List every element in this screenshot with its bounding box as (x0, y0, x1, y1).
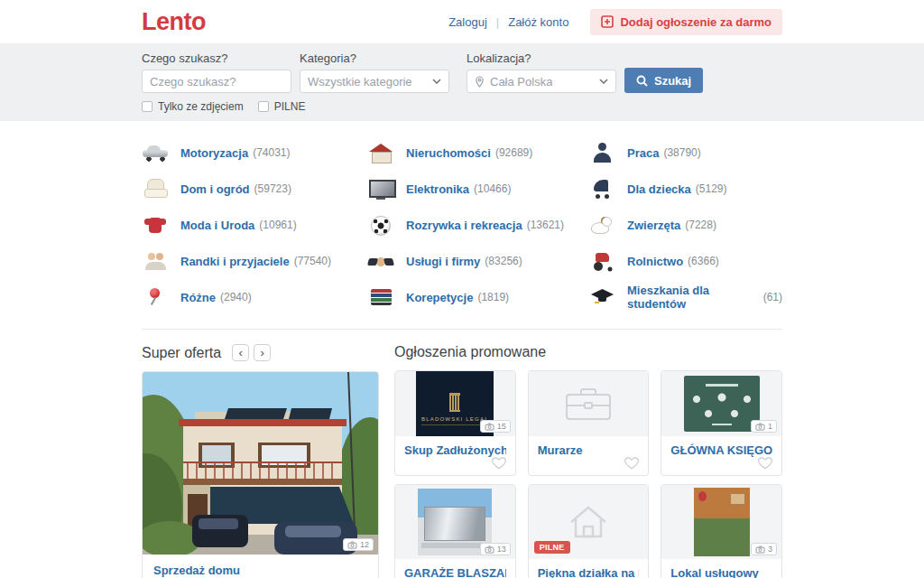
promoted-listing-card[interactable]: BLADOWSKI LEGAL 15 Skup Zadłużonych Sp..… (394, 370, 516, 476)
super-offer-section: Super oferta ‹ › (142, 344, 379, 578)
listing-title[interactable]: GARAŻE BLASZANE 3... (404, 566, 506, 578)
photo-count: 3 (768, 545, 772, 554)
categories-grid: Motoryzacja (74031) Nieruchomości (92689… (142, 135, 782, 315)
category-item[interactable]: Rozrywka i rekreacja (13621) (367, 207, 588, 243)
listing-image (529, 371, 649, 436)
stroller-icon (588, 178, 615, 200)
car-icon (142, 142, 169, 163)
camera-icon (755, 545, 765, 554)
category-item[interactable]: Korepetycje (1819) (367, 279, 588, 315)
super-offer-card[interactable]: 12 Sprzedaż domu 850 000 zł (142, 371, 379, 578)
couple-icon (142, 250, 169, 272)
category-label: Dom i ogród (180, 182, 250, 196)
urgent-label: PILNE (274, 100, 306, 113)
category-item[interactable]: Rolnictwo (6366) (588, 243, 782, 279)
listing-title[interactable]: Sprzedaż domu (153, 564, 367, 577)
super-offer-title: Super oferta (142, 345, 221, 361)
category-item[interactable]: Randki i przyjaciele (77540) (142, 243, 367, 279)
ball-icon (367, 214, 394, 236)
listing-image: BLADOWSKI LEGAL 15 (395, 371, 515, 436)
listing-meta: GARAŻE BLASZANE 3... 1 950 zł (395, 559, 515, 578)
heart-icon[interactable] (757, 455, 773, 470)
search-input[interactable] (142, 70, 291, 93)
house-photo (143, 372, 378, 555)
heart-icon[interactable] (624, 455, 640, 470)
listing-meta: Skup Zadłużonych Sp... (395, 436, 515, 475)
auth-links: Zaloguj | Załóż konto Dodaj ogłoszenie z… (448, 9, 782, 35)
listing-image: 1 (661, 371, 781, 436)
category-item[interactable]: Różne (2940) (142, 279, 367, 315)
chevron-down-icon (599, 79, 608, 84)
dog-icon (588, 214, 615, 236)
search-icon (636, 75, 648, 87)
category-item[interactable]: Moda i Uroda (10961) (142, 207, 367, 243)
category-select[interactable]: Wszystkie kategorie (300, 70, 449, 93)
category-count: (5129) (696, 182, 727, 195)
photo-only-label: Tylko ze zdjęciem (158, 100, 244, 113)
promoted-listing-card[interactable]: PILNE Piękna działka na Ma... 130 000 zł (528, 484, 650, 578)
category-label: Kategoria? (300, 51, 449, 65)
pin-icon (475, 76, 485, 88)
urgent-checkbox[interactable] (258, 101, 269, 112)
category-item[interactable]: Dla dziecka (5129) (588, 171, 782, 207)
location-select-value: Cała Polska (490, 75, 552, 89)
category-item[interactable]: Zwierzęta (7228) (588, 207, 782, 243)
categories-section: Motoryzacja (74031) Nieruchomości (92689… (142, 121, 782, 322)
location-label: Lokalizacja? (467, 51, 616, 65)
promoted-title: Ogłoszenia promowane (394, 344, 546, 360)
category-count: (83256) (485, 255, 522, 267)
handshake-icon (367, 250, 394, 272)
lento-logo[interactable]: Lento (142, 8, 206, 36)
category-label: Praca (627, 146, 659, 160)
house-placeholder-icon (567, 503, 610, 541)
category-item[interactable]: Nieruchomości (92689) (367, 135, 588, 171)
category-label: Mieszkania dla studentów (627, 284, 759, 311)
camera-icon (755, 423, 765, 431)
register-link[interactable]: Załóż konto (508, 15, 568, 29)
promoted-listing-card[interactable]: 13 GARAŻE BLASZANE 3... 1 950 zł (394, 484, 516, 578)
cap-icon (588, 286, 615, 308)
add-listing-label: Dodaj ogłoszenie za darmo (620, 15, 772, 29)
promoted-listing-card[interactable]: 3 Lokal usługowy (661, 484, 782, 578)
photo-only-checkbox[interactable] (142, 101, 152, 112)
listing-meta: Piękna działka na Ma... 130 000 zł (529, 559, 649, 578)
category-item[interactable]: Mieszkania dla studentów (61) (588, 279, 782, 315)
location-select[interactable]: Cała Polska (467, 70, 616, 93)
photo-count: 1 (768, 422, 772, 431)
super-offer-meta: Sprzedaż domu 850 000 zł (143, 555, 378, 578)
chevron-left-icon[interactable]: ‹ (232, 344, 249, 361)
plus-icon (601, 15, 614, 28)
category-label: Różne (180, 291, 216, 304)
camera-icon (485, 423, 494, 431)
category-item[interactable]: Elektronika (10466) (367, 171, 588, 207)
login-link[interactable]: Zaloguj (448, 15, 487, 29)
listing-title[interactable]: Piękna działka na Ma... (538, 566, 640, 578)
category-label: Rozrywka i rekreacja (406, 219, 522, 232)
promoted-listing-card[interactable]: Murarze (528, 370, 650, 476)
add-listing-button[interactable]: Dodaj ogłoszenie za darmo (590, 9, 782, 35)
category-label: Motoryzacja (180, 146, 248, 160)
listing-photo (684, 376, 760, 432)
search-button-label: Szukaj (654, 74, 691, 88)
category-count: (13621) (527, 219, 564, 231)
listing-image: PILNE (529, 485, 649, 559)
listing-title[interactable]: Lokal usługowy (670, 566, 772, 578)
category-item[interactable]: Dom i ogród (59723) (142, 171, 367, 207)
category-label: Elektronika (406, 182, 469, 196)
promoted-listing-card[interactable]: 1 GŁÓWNA KSIĘGOWA (661, 370, 782, 476)
listing-meta: Lokal usługowy (661, 559, 781, 578)
listing-meta: GŁÓWNA KSIĘGOWA (661, 436, 781, 475)
category-item[interactable]: Praca (38790) (588, 135, 782, 171)
category-count: (59723) (254, 182, 291, 195)
listing-meta: Murarze (529, 436, 649, 475)
category-item[interactable]: Usługi i firmy (83256) (367, 243, 588, 279)
category-item[interactable]: Motoryzacja (74031) (142, 135, 367, 171)
photo-count-badge: 1 (751, 420, 777, 433)
search-button[interactable]: Szukaj (624, 68, 703, 93)
photo-count-badge: 15 (480, 420, 511, 433)
heart-icon[interactable] (491, 455, 507, 470)
armchair-icon (142, 178, 169, 200)
link-separator: | (496, 15, 499, 29)
chevron-right-icon[interactable]: › (254, 344, 271, 361)
query-label: Czego szukasz? (142, 51, 291, 65)
